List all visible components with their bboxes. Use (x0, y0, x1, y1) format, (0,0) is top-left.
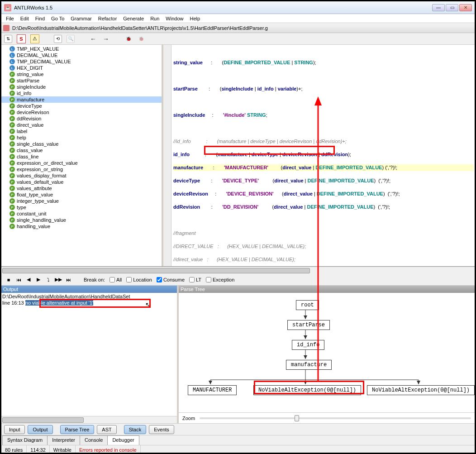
tree-item-class_line[interactable]: Pclass_line (1, 153, 162, 160)
parsetree-canvas[interactable]: root startParse id_info manufacture MANU… (179, 293, 475, 412)
chk-location[interactable]: Location (126, 277, 152, 282)
lexer-rule-icon: L (10, 65, 15, 71)
warning-button[interactable]: ⚠ (30, 34, 39, 43)
tab-debugger[interactable]: Debugger (107, 435, 139, 445)
tab-input[interactable]: Input (4, 425, 25, 434)
tree-item-integer_type_value[interactable]: Pinteger_type_value (1, 198, 162, 204)
tab-interpreter[interactable]: Interpreter (47, 435, 80, 445)
tab-ast[interactable]: AST (97, 425, 116, 434)
zoom-row: Zoom (179, 412, 475, 423)
menu-edit[interactable]: Edit (18, 15, 32, 22)
tab-parsetree[interactable]: Parse Tree (60, 425, 95, 434)
chk-lt[interactable]: LT (189, 277, 201, 282)
tree-item-float_type_value[interactable]: Pfloat_type_value (1, 191, 162, 198)
tree-item-id_info[interactable]: Pid_info (1, 90, 162, 96)
syntax-button[interactable]: S (17, 34, 26, 43)
maximize-button[interactable]: ▭ (446, 4, 458, 11)
editor-gutter (163, 45, 171, 266)
tab-events[interactable]: Events (149, 425, 174, 434)
tab-syntax-diagram[interactable]: Syntax Diagram (2, 435, 48, 445)
stop-button[interactable]: ■ (5, 276, 12, 283)
tree-item-class_value[interactable]: Pclass_value (1, 147, 162, 153)
menu-help[interactable]: Help (187, 15, 203, 22)
tree-item-label: DECIMAL_VALUE (17, 53, 57, 58)
debug-bug2-button[interactable]: 🐞 (137, 35, 145, 43)
node-manufacturer-token[interactable]: MANUFACTURER (188, 385, 237, 395)
tree-item-expression_or_string[interactable]: Pexpression_or_string (1, 166, 162, 172)
tree-item-values_attribute[interactable]: Pvalues_attribute (1, 185, 162, 191)
tree-item-help[interactable]: Phelp (1, 134, 162, 141)
nav-fwd-button[interactable]: → (102, 35, 110, 43)
chk-exception[interactable]: Exception (206, 277, 234, 282)
menu-run[interactable]: Run (148, 15, 162, 22)
sort-button[interactable]: ⇅ (4, 35, 12, 43)
rules-tree[interactable]: LTMP_HEX_VALUELDECIMAL_VALUELTMP_DECIMAL… (1, 45, 163, 266)
step-back-button[interactable]: ◀ (25, 276, 32, 283)
editor-hscroll[interactable] (1, 267, 475, 274)
minimize-button[interactable]: — (432, 4, 445, 11)
step-first-button[interactable]: ⏮ (15, 276, 22, 283)
tree-item-constant_unit[interactable]: Pconstant_unit (1, 210, 162, 217)
zoom-thumb[interactable] (295, 415, 299, 421)
step-fwd-button[interactable]: ▶ (35, 276, 42, 283)
step-over-button[interactable]: ⤵ (45, 276, 52, 283)
parser-rule-icon: P (10, 122, 15, 128)
tab-output[interactable]: Output (28, 425, 52, 434)
nav-back-button[interactable]: ← (89, 35, 97, 43)
tree-item-handling_value[interactable]: Phandling_value (1, 223, 162, 229)
node-exception-2[interactable]: NoViableAltException(0@[null]) (367, 385, 475, 395)
tree-item-direct_value[interactable]: Pdirect_value (1, 122, 162, 128)
menu-goto[interactable]: Go To (48, 15, 67, 22)
parser-rule-icon: P (10, 110, 15, 115)
tree-item-type[interactable]: Ptype (1, 204, 162, 210)
tree-item-deviceRevison[interactable]: PdeviceRevison (1, 109, 162, 115)
tool-button-1[interactable]: ⟲ (54, 35, 62, 43)
chk-consume[interactable]: Consume (157, 277, 185, 282)
menu-window[interactable]: Window (163, 15, 186, 22)
tree-item-values_display_format[interactable]: Pvalues_display_format (1, 172, 162, 179)
output-panel[interactable]: D:\DevRoot\IndustrialMobileAutomation\Ha… (1, 293, 177, 416)
debug-bug-button[interactable]: 🐞 (124, 35, 133, 43)
tree-item-deviceType[interactable]: PdeviceType (1, 103, 162, 109)
menu-refactor[interactable]: Refactor (95, 15, 120, 22)
tree-item-ddRevision[interactable]: PddRevision (1, 115, 162, 122)
output-error-selection[interactable]: no viable alternative at input '1' (25, 300, 93, 306)
node-exception-1[interactable]: NoViableAltException(0@[null]) (253, 385, 361, 395)
tool-button-2[interactable]: 🔍 (67, 35, 75, 43)
tab-stack[interactable]: Stack (124, 425, 147, 434)
zoom-slider[interactable] (200, 417, 471, 419)
svg-marker-13 (417, 381, 420, 384)
tree-item-HEX_DIGIT[interactable]: LHEX_DIGIT (1, 65, 162, 71)
menu-generate[interactable]: Generate (120, 15, 147, 22)
tree-item-TMP_DECIMAL_VALUE[interactable]: LTMP_DECIMAL_VALUE (1, 58, 162, 65)
tree-item-expression_or_direct_value[interactable]: Pexpression_or_direct_value (1, 160, 162, 166)
menu-find[interactable]: Find (33, 15, 48, 22)
node-root[interactable]: root (296, 300, 319, 310)
step-last-button[interactable]: ⏭ (65, 276, 72, 283)
close-button[interactable]: ✕ (459, 4, 472, 11)
tree-item-TMP_HEX_VALUE[interactable]: LTMP_HEX_VALUE (1, 46, 162, 52)
parser-rule-icon: P (10, 72, 15, 77)
node-startparse[interactable]: startParse (287, 320, 330, 330)
output-hscroll[interactable] (1, 416, 177, 423)
menu-grammar[interactable]: Grammar (68, 15, 94, 22)
step-fast-button[interactable]: ▶▶ (55, 276, 62, 283)
tree-item-label[interactable]: Plabel (1, 128, 162, 134)
menu-file[interactable]: File (3, 15, 17, 22)
tree-item-startParse[interactable]: PstartParse (1, 77, 162, 84)
tree-item-label: label (17, 129, 27, 134)
node-idinfo[interactable]: id_info (292, 340, 324, 350)
node-manufacture[interactable]: manufacture (286, 360, 332, 370)
tree-item-values_default_value[interactable]: Pvalues_default_value (1, 179, 162, 185)
tree-item-single_class_value[interactable]: Psingle_class_value (1, 141, 162, 147)
tree-item-DECIMAL_VALUE[interactable]: LDECIMAL_VALUE (1, 52, 162, 58)
chk-all[interactable]: All (109, 277, 122, 282)
tree-item-manufacture[interactable]: Pmanufacture (1, 96, 162, 103)
tab-console[interactable]: Console (80, 435, 108, 445)
code-editor[interactable]: string_value : (DEFINE_IMPORTED_VALUE | … (163, 45, 475, 266)
tree-item-label: ddRevision (17, 116, 41, 121)
tree-item-singleInclude[interactable]: PsingleInclude (1, 84, 162, 90)
tree-item-single_handling_value[interactable]: Psingle_handling_value (1, 217, 162, 223)
tree-item-string_value[interactable]: Pstring_value (1, 71, 162, 77)
parser-rule-icon: P (10, 186, 15, 191)
